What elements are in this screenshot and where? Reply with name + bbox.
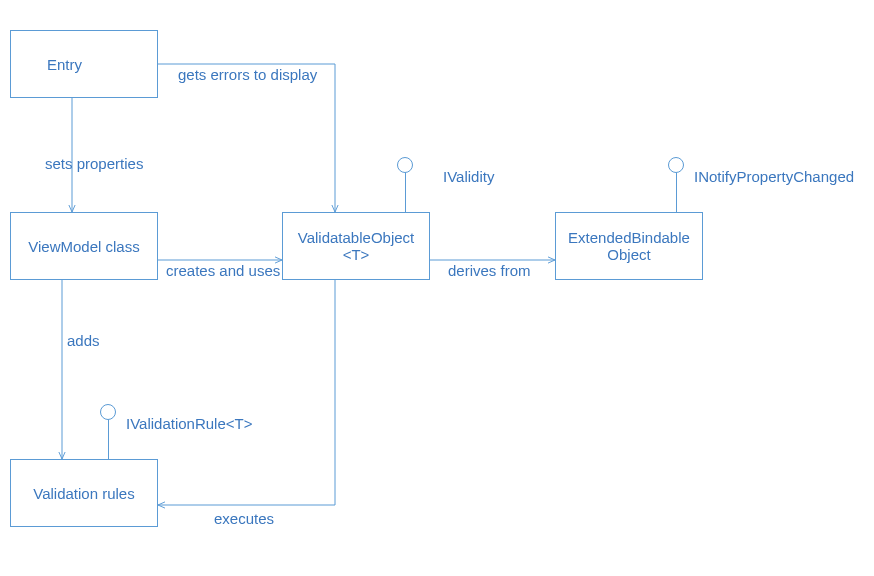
validatable-box: ValidatableObject <T> — [282, 212, 430, 280]
ivalidity-label: IValidity — [443, 168, 494, 185]
label-adds: adds — [67, 332, 100, 349]
entry-label: Entry — [47, 56, 82, 73]
extendedbindable-box: ExtendedBindable Object — [555, 212, 703, 280]
ivalidationrule-label: IValidationRule<T> — [126, 415, 252, 432]
label-executes: executes — [214, 510, 274, 527]
ivalidity-lollipop-icon — [397, 157, 413, 173]
label-sets-properties: sets properties — [45, 155, 143, 172]
viewmodel-box: ViewModel class — [10, 212, 158, 280]
validationrules-label: Validation rules — [33, 485, 134, 502]
viewmodel-label: ViewModel class — [28, 238, 139, 255]
label-creates-uses: creates and uses — [166, 262, 280, 279]
entry-box: Entry — [10, 30, 158, 98]
inotify-lollipop-icon — [668, 157, 684, 173]
ivalidity-stick — [405, 172, 406, 212]
ivalidationrule-stick — [108, 419, 109, 459]
label-gets-errors: gets errors to display — [178, 66, 317, 83]
validatable-label: ValidatableObject <T> — [298, 229, 414, 263]
label-derives-from: derives from — [448, 262, 531, 279]
ivalidationrule-lollipop-icon — [100, 404, 116, 420]
inotify-stick — [676, 172, 677, 212]
edge-executes — [158, 280, 335, 505]
edge-gets-errors — [158, 64, 335, 212]
validationrules-box: Validation rules — [10, 459, 158, 527]
inotify-label: INotifyPropertyChanged — [694, 168, 854, 185]
extendedbindable-label: ExtendedBindable Object — [568, 229, 690, 263]
